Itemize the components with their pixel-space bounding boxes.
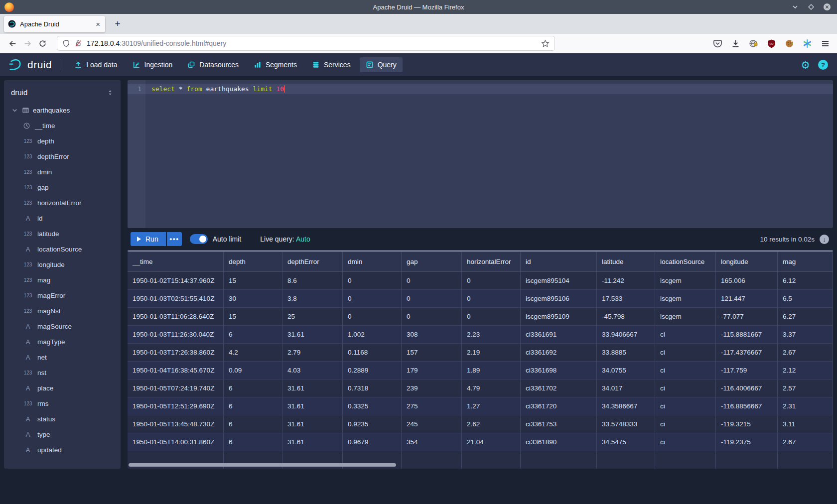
nav-item-ingestion[interactable]: Ingestion (127, 57, 179, 72)
table-cell[interactable]: 2.67 (778, 433, 833, 451)
table-cell[interactable]: 1950-01-03T02:51:55.410Z (128, 290, 224, 307)
tree-column-latitude[interactable]: 123latitude (4, 226, 121, 242)
column-header-gap[interactable]: gap (402, 252, 462, 271)
table-cell[interactable]: iscgem895109 (521, 308, 597, 325)
table-cell[interactable]: 3.8 (282, 290, 343, 307)
table-cell[interactable]: 31.61 (282, 397, 343, 415)
nav-item-segments[interactable]: Segments (248, 57, 303, 72)
table-cell[interactable]: -115.8881667 (716, 326, 778, 343)
window-maximize-icon[interactable] (807, 3, 815, 11)
tab-close-icon[interactable]: × (95, 20, 101, 28)
table-cell[interactable]: 2.67 (778, 344, 833, 361)
table-cell[interactable]: 2.31 (778, 397, 833, 415)
tree-column-depth[interactable]: 123depth (4, 133, 121, 149)
table-cell[interactable]: 1950-01-05T14:00:31.860Z (128, 433, 224, 451)
forward-button[interactable] (20, 36, 35, 51)
tree-column-magError[interactable]: 123magError (4, 288, 121, 303)
bookmark-star-icon[interactable] (541, 39, 550, 48)
table-cell[interactable]: 30 (224, 290, 282, 307)
table-cell[interactable]: 0 (343, 290, 402, 307)
table-cell[interactable]: 6 (224, 433, 282, 451)
column-header-depthError[interactable]: depthError (282, 252, 343, 271)
table-cell[interactable]: -119.3215 (716, 415, 778, 433)
table-cell[interactable]: 0 (402, 308, 462, 325)
insecure-lock-icon[interactable] (74, 39, 82, 47)
download-results-icon[interactable]: ↓ (820, 235, 829, 244)
table-cell[interactable]: 6.12 (778, 272, 833, 289)
table-cell[interactable]: 33.5748333 (597, 415, 655, 433)
tree-column-rms[interactable]: 123rms (4, 396, 121, 411)
table-cell[interactable]: 0.3325 (343, 397, 402, 415)
column-header-mag[interactable]: mag (778, 252, 833, 271)
nav-item-services[interactable]: Services (306, 57, 357, 72)
browser-tab-apache-druid[interactable]: Apache Druid × (4, 16, 105, 32)
table-cell[interactable]: 0.2889 (343, 362, 402, 379)
table-cell[interactable]: 6 (224, 397, 282, 415)
table-cell[interactable]: 34.5475 (597, 433, 655, 451)
table-cell[interactable]: ci (655, 344, 716, 361)
nav-item-query[interactable]: Query (360, 57, 403, 72)
table-cell[interactable]: 2.62 (462, 415, 521, 433)
column-header-__time[interactable]: __time (128, 252, 224, 271)
table-cell[interactable]: -77.077 (716, 308, 778, 325)
tree-column-magType[interactable]: AmagType (4, 334, 121, 350)
table-cell[interactable]: 1950-01-05T07:24:19.740Z (128, 379, 224, 397)
table-cell[interactable]: 15 (224, 308, 282, 325)
table-cell[interactable]: ci3361890 (521, 433, 597, 451)
table-cell[interactable]: 0.1168 (343, 344, 402, 361)
tree-column-horizontalError[interactable]: 123horizontalError (4, 195, 121, 211)
table-cell[interactable]: ci3361691 (521, 326, 597, 343)
table-cell[interactable]: ci (655, 326, 716, 343)
proxy-extension-icon[interactable] (749, 39, 758, 48)
tree-column-net[interactable]: Anet (4, 350, 121, 365)
table-cell[interactable]: 1.27 (462, 397, 521, 415)
downloads-icon[interactable] (731, 39, 740, 48)
table-cell[interactable]: 15 (224, 272, 282, 289)
table-cell[interactable]: 0 (343, 272, 402, 289)
table-cell[interactable]: 0 (462, 308, 521, 325)
column-header-longitude[interactable]: longitude (716, 252, 778, 271)
table-cell[interactable]: 6 (224, 379, 282, 397)
table-cell[interactable]: 1950-01-05T13:45:48.730Z (128, 415, 224, 433)
table-cell[interactable]: 33.8885 (597, 344, 655, 361)
table-cell[interactable]: ci (655, 433, 716, 451)
tree-column-magNst[interactable]: 123magNst (4, 303, 121, 319)
column-header-id[interactable]: id (521, 252, 597, 271)
table-cell[interactable]: 4.03 (282, 362, 343, 379)
table-cell[interactable]: 1950-01-03T11:26:30.040Z (128, 326, 224, 343)
column-header-dmin[interactable]: dmin (343, 252, 402, 271)
table-cell[interactable]: 0.7318 (343, 379, 402, 397)
table-cell[interactable]: 0 (402, 290, 462, 307)
table-cell[interactable]: 6.27 (778, 308, 833, 325)
table-cell[interactable]: -117.759 (716, 362, 778, 379)
table-cell[interactable]: ci3361720 (521, 397, 597, 415)
ublock-extension-icon[interactable]: uO (767, 39, 776, 48)
table-cell[interactable]: ci (655, 362, 716, 379)
table-cell[interactable]: -11.242 (597, 272, 655, 289)
window-close-icon[interactable] (823, 3, 831, 11)
tree-column-id[interactable]: Aid (4, 211, 121, 226)
table-cell[interactable]: iscgem (655, 290, 716, 307)
tree-column-dmin[interactable]: 123dmin (4, 164, 121, 180)
table-cell[interactable]: 31.61 (282, 433, 343, 451)
table-cell[interactable]: 25 (282, 308, 343, 325)
url-text[interactable]: 172.18.0.4:30109/unified-console.html#qu… (87, 39, 541, 47)
table-cell[interactable]: 31.61 (282, 326, 343, 343)
table-cell[interactable]: iscgem895104 (521, 272, 597, 289)
table-cell[interactable]: 1.002 (343, 326, 402, 343)
table-cell[interactable]: 8.6 (282, 272, 343, 289)
table-cell[interactable]: 2.19 (462, 344, 521, 361)
tree-column-gap[interactable]: 123gap (4, 180, 121, 195)
table-cell[interactable]: 0 (343, 308, 402, 325)
gear-icon[interactable]: ⚙ (801, 60, 810, 70)
table-cell[interactable]: 165.006 (716, 272, 778, 289)
table-cell[interactable]: 2.23 (462, 326, 521, 343)
tree-column-nst[interactable]: 123nst (4, 365, 121, 380)
column-header-horizontalError[interactable]: horizontalError (462, 252, 521, 271)
table-cell[interactable]: 179 (402, 362, 462, 379)
table-cell[interactable]: 1950-01-02T15:14:37.960Z (128, 272, 224, 289)
colorful-asterisk-extension-icon[interactable] (803, 39, 812, 48)
table-cell[interactable]: 21.04 (462, 433, 521, 451)
tree-column-__time[interactable]: __time (4, 118, 121, 133)
tree-column-locationSource[interactable]: AlocationSource (4, 242, 121, 257)
